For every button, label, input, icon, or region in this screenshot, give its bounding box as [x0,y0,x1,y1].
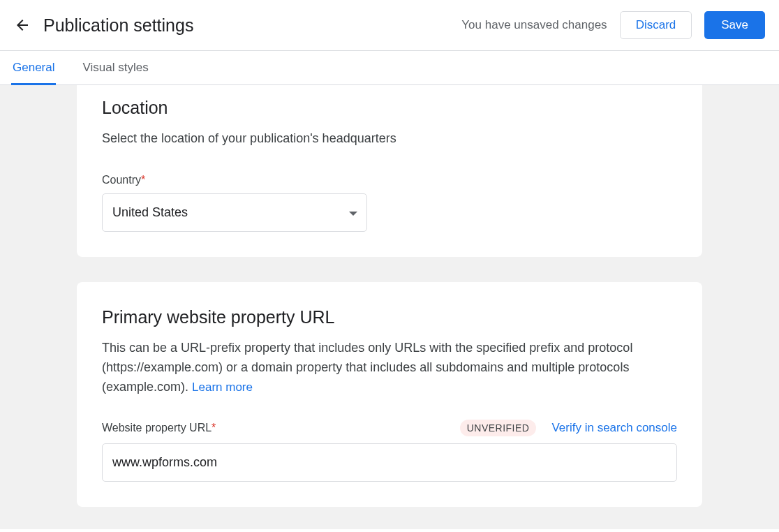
location-card: Location Select the location of your pub… [77,85,702,257]
header-right: You have unsaved changes Discard Save [461,11,765,39]
content-area: Location Select the location of your pub… [0,85,779,529]
unverified-badge: UNVERIFIED [460,420,537,436]
country-select[interactable]: United States [102,193,367,232]
url-field-row: Website property URL* UNVERIFIED Verify … [102,420,677,436]
location-card-title: Location [102,98,677,118]
url-row-right: UNVERIFIED Verify in search console [460,420,677,436]
unsaved-changes-message: You have unsaved changes [461,18,607,32]
save-button[interactable]: Save [704,11,765,39]
required-star: * [212,422,216,434]
country-select-wrap: United States [102,193,367,232]
learn-more-link[interactable]: Learn more [192,380,253,394]
page-header: Publication settings You have unsaved ch… [0,0,779,51]
url-card-description-text: This can be a URL-prefix property that i… [102,341,632,394]
url-field-label-text: Website property URL [102,422,212,434]
page-title: Publication settings [43,15,193,36]
country-label-text: Country [102,174,141,186]
url-card-description: This can be a URL-prefix property that i… [102,339,677,397]
url-card: Primary website property URL This can be… [77,282,702,507]
verify-in-search-console-link[interactable]: Verify in search console [551,421,677,435]
location-card-description: Select the location of your publication'… [102,129,677,149]
header-left: Publication settings [13,15,193,36]
url-card-title: Primary website property URL [102,307,677,327]
tab-visual-styles[interactable]: Visual styles [81,51,149,85]
tabs-bar: General Visual styles [0,51,779,85]
url-field-label: Website property URL* [102,422,216,434]
discard-button[interactable]: Discard [620,11,692,39]
required-star: * [141,174,145,186]
tab-general[interactable]: General [11,51,56,85]
country-label: Country* [102,174,677,186]
website-property-url-input[interactable] [102,443,677,482]
back-arrow-icon[interactable] [13,15,32,35]
